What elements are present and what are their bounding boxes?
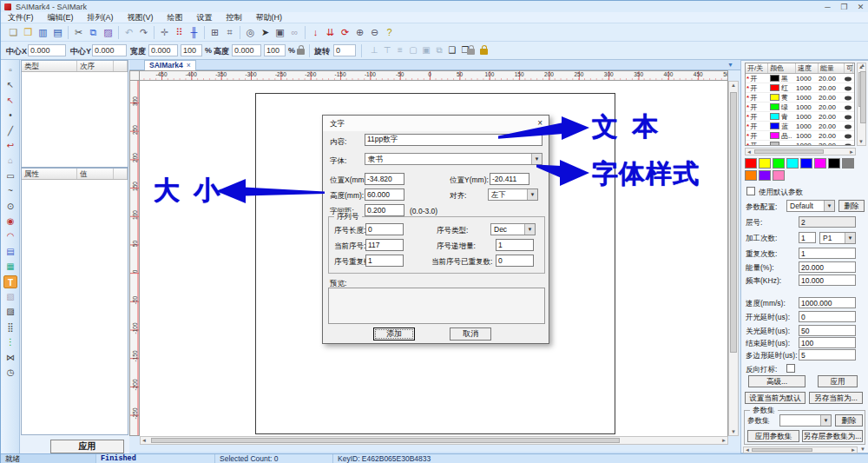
menu-item-help[interactable]: 帮助(H) — [249, 12, 290, 23]
new-icon[interactable]: ❏ — [6, 25, 21, 40]
layer-row[interactable]: *开青100020.00 — [746, 112, 854, 122]
maximize-button[interactable]: ❐ — [836, 3, 852, 11]
palette-swatch[interactable] — [786, 158, 799, 169]
property-list[interactable]: 属性 值 — [21, 168, 128, 435]
dialog-close-icon[interactable]: × — [537, 118, 542, 128]
text-tool-icon[interactable]: T — [3, 275, 17, 288]
font-select[interactable]: 隶书▼ — [365, 153, 542, 165]
bring-front-icon[interactable]: ❑ — [445, 43, 459, 57]
group-icon[interactable]: ▢ — [406, 43, 420, 57]
mark-rotate-icon[interactable]: ⟳ — [338, 25, 352, 40]
zoom-in-icon[interactable]: ⊕ — [352, 25, 367, 40]
current-repeat-input[interactable] — [496, 255, 534, 267]
mark-batch-icon[interactable]: ⇊ — [323, 25, 338, 40]
delay-tool-icon[interactable]: ◷ — [3, 366, 17, 379]
eye-icon[interactable] — [845, 87, 852, 91]
layer-row[interactable]: *开100020.00 — [746, 141, 854, 146]
circle-tool-icon[interactable]: ⊙ — [3, 200, 17, 213]
undo-icon[interactable]: ↶ — [122, 25, 136, 40]
eye-icon[interactable] — [845, 135, 852, 139]
width-input[interactable] — [148, 44, 178, 56]
speed-input[interactable] — [799, 297, 856, 308]
reverse-mark-checkbox[interactable] — [786, 364, 795, 373]
menu-item-view[interactable]: 视图(V) — [121, 12, 161, 23]
pass-select[interactable]: P1▼ — [819, 232, 856, 244]
polyline-tool-icon[interactable]: ↩ — [3, 139, 17, 152]
poly-delay-input[interactable] — [799, 349, 856, 360]
unlock-icon[interactable] — [480, 49, 488, 55]
eye-icon[interactable] — [845, 125, 852, 129]
eye-icon[interactable] — [845, 144, 852, 146]
eye-icon[interactable] — [845, 106, 852, 110]
menu-item-control[interactable]: 控制 — [220, 12, 249, 23]
width-pct-input[interactable] — [181, 44, 202, 56]
document-tab[interactable]: SAIMark4× — [144, 60, 196, 70]
spacing-input[interactable] — [365, 204, 404, 216]
eye-icon[interactable] — [845, 96, 852, 101]
dot-matrix-tool-icon[interactable]: ⋮ — [3, 335, 17, 348]
serial-inc-input[interactable] — [496, 239, 534, 251]
rotate-input[interactable] — [333, 44, 356, 56]
laser-off-delay-input[interactable] — [799, 325, 856, 336]
paste-icon[interactable]: ▨ — [101, 25, 115, 40]
hatch-icon[interactable]: ⊞ — [207, 25, 222, 40]
add-button[interactable]: 添加 — [373, 327, 415, 341]
apply-params-button[interactable]: 应用 — [818, 375, 858, 387]
combine-icon[interactable]: ▣ — [419, 43, 433, 57]
dropdown-arrow-icon[interactable]: ▼ — [531, 154, 542, 164]
ellipse-tool-icon[interactable]: ◉ — [3, 215, 17, 228]
save-param-set-button[interactable]: 另存层参数集为... — [802, 430, 863, 442]
dropdown-arrow-icon[interactable]: ▼ — [820, 415, 831, 426]
center-y-input[interactable] — [92, 44, 127, 56]
dropdown-arrow-icon[interactable]: ▼ — [524, 224, 535, 235]
end-delay-input[interactable] — [799, 337, 856, 348]
layer-table[interactable]: 开/关 颜色 速度 能量 可 *开黑100020.00*开红100020.00*… — [745, 63, 855, 146]
menu-item-draw[interactable]: 绘图 — [161, 12, 190, 23]
panel-h-scrollbar[interactable]: ◄► — [743, 446, 858, 453]
menu-item-arrange[interactable]: 排列(A) — [81, 12, 121, 23]
menu-item-settings[interactable]: 设置 — [190, 12, 220, 23]
palette-swatch[interactable] — [842, 158, 854, 169]
dialog-title-bar[interactable]: 文字 × — [323, 116, 549, 131]
layer-table-h-scrollbar[interactable]: ◄► — [745, 148, 856, 155]
eye-icon[interactable] — [845, 116, 852, 120]
serial-repeat-input[interactable] — [365, 255, 404, 267]
layer-row[interactable]: *开品..100020.00 — [746, 131, 854, 141]
polygon-tool-icon[interactable]: ⌂ — [3, 154, 17, 167]
save-current-as-button[interactable]: 另存当前为... — [809, 392, 863, 404]
layer-row[interactable]: *开蓝100020.00 — [746, 122, 854, 131]
pos-y-input[interactable] — [490, 173, 529, 185]
center-x-input[interactable] — [28, 44, 66, 56]
menu-item-file[interactable]: 文件(F) — [1, 12, 41, 23]
canvas-h-scrollbar[interactable]: ◄► — [140, 436, 728, 445]
help-icon[interactable]: ? — [382, 25, 397, 40]
layer-visible[interactable] — [845, 93, 853, 102]
screen-icon[interactable]: ▣ — [273, 25, 287, 40]
dropdown-arrow-icon[interactable]: ▼ — [527, 189, 537, 200]
close-button[interactable]: ✕ — [852, 3, 868, 11]
distribute-h-icon[interactable]: ≡ — [393, 43, 407, 57]
layer-row[interactable]: *开绿100020.00 — [746, 103, 854, 112]
serial-type-select[interactable]: Dec▼ — [490, 223, 536, 235]
layer-visible[interactable] — [845, 103, 853, 111]
save-all-icon[interactable]: ▤ — [50, 25, 65, 40]
height-input[interactable] — [365, 189, 404, 201]
dropdown-arrow-icon[interactable]: ▼ — [824, 201, 834, 211]
palette-swatch[interactable] — [759, 158, 771, 169]
barcode-tool-icon[interactable]: ⣿ — [3, 321, 17, 334]
minimize-button[interactable]: ─ — [819, 3, 836, 11]
trace-icon[interactable]: ∞ — [287, 25, 302, 40]
weld-icon[interactable]: ⧉ — [432, 43, 446, 57]
align-select[interactable]: 左下▼ — [488, 189, 538, 201]
content-input[interactable] — [365, 134, 542, 146]
zoom-select-icon[interactable]: ◎ — [243, 25, 258, 40]
energy-input[interactable] — [799, 261, 856, 273]
pass-input[interactable] — [799, 232, 816, 243]
mark-down-icon[interactable]: ↓ — [308, 25, 323, 40]
lock-icon[interactable] — [467, 49, 475, 55]
bowtie-tool-icon[interactable]: ⋈ — [3, 351, 17, 364]
set-default-button[interactable]: 设置当前为默认 — [745, 392, 806, 404]
image-tool-icon[interactable]: ▦ — [3, 260, 17, 273]
layer-visible[interactable] — [845, 83, 853, 92]
palette-swatch[interactable] — [814, 158, 826, 169]
